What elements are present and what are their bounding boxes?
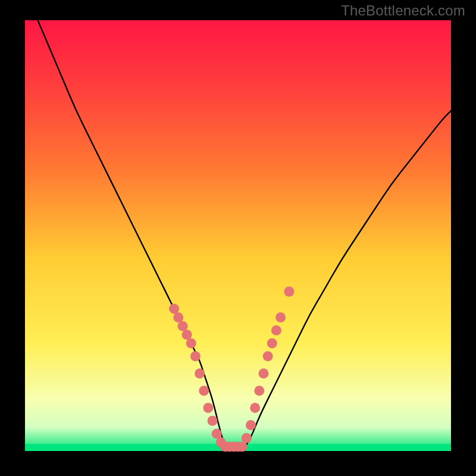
- plot-background: [25, 20, 451, 451]
- data-marker: [169, 304, 179, 314]
- data-marker: [258, 368, 268, 378]
- data-marker: [254, 386, 264, 396]
- data-marker: [271, 325, 281, 336]
- data-marker: [237, 441, 248, 452]
- data-marker: [284, 287, 294, 297]
- data-marker: [186, 339, 196, 349]
- data-marker: [173, 312, 183, 322]
- data-marker: [203, 403, 213, 413]
- data-marker: [212, 429, 222, 439]
- data-marker: [263, 351, 273, 361]
- data-marker: [275, 312, 286, 322]
- chart-frame: TheBottleneck.com: [0, 0, 476, 476]
- data-marker: [190, 351, 201, 361]
- data-marker: [242, 433, 252, 443]
- data-marker: [246, 420, 256, 430]
- data-marker: [250, 403, 260, 413]
- data-marker: [195, 368, 205, 378]
- data-marker: [199, 386, 209, 396]
- data-marker: [208, 416, 218, 426]
- chart-canvas: [0, 0, 476, 476]
- data-marker: [182, 330, 192, 340]
- data-marker: [267, 339, 277, 349]
- data-marker: [177, 321, 187, 331]
